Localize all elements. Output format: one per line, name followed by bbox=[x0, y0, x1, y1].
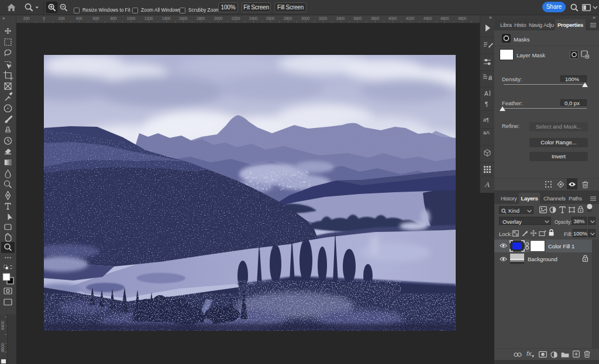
svg-text:¶: ¶ bbox=[485, 101, 488, 108]
svg-text:A: A bbox=[484, 91, 488, 97]
svg-text:aA: aA bbox=[483, 130, 490, 136]
svg-text:a¶: a¶ bbox=[483, 117, 489, 123]
svg-text:A: A bbox=[484, 180, 490, 189]
